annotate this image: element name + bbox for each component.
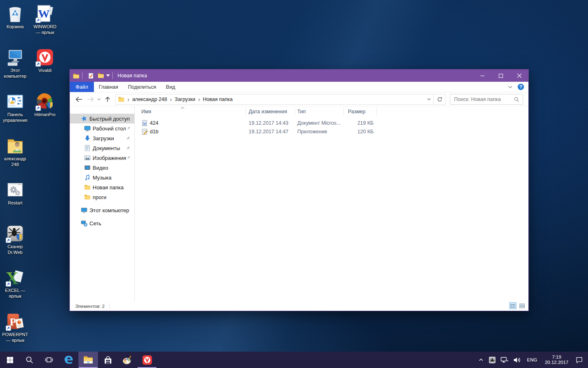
desktop-monitor-icon [84,125,91,132]
shortcut-arrow-icon [6,238,11,243]
file-type: Приложение [295,127,344,136]
qat-properties-icon[interactable] [88,73,94,79]
file-row-d1b[interactable]: d1b 19.12.2017 14:47 Приложение 120 КБ [135,127,377,136]
network-icon [81,220,87,227]
desktop-icon-vivaldi[interactable]: Vivaldi [27,48,63,74]
forward-button[interactable] [85,94,96,105]
start-button[interactable] [0,352,20,368]
sidebar-item-this-pc[interactable]: Этот компьютер [70,205,134,215]
column-header-modified[interactable]: Дата изменения [246,108,295,116]
titlebar[interactable]: Новая папка [70,70,528,82]
sidebar-item-quick-access[interactable]: Быстрый доступ [70,114,134,123]
language-indicator[interactable]: ENG [523,357,541,362]
clock-time: 7:19 [545,355,568,360]
sidebar-item-videos[interactable]: Видео [70,163,134,173]
minimize-button[interactable] [473,70,492,82]
user-folder-icon [6,136,24,155]
tab-home[interactable]: Главная [94,82,123,92]
edge-icon[interactable] [59,352,78,368]
desktop-icon-hitmanpro[interactable]: HitmanPro [27,92,63,118]
window-title: Новая папка [118,73,147,79]
refresh-icon[interactable] [434,96,445,102]
desktop-icon-powerpnt[interactable]: P POWERPNT — ярлык [0,312,33,343]
status-bar: Элементов: 2 [70,301,528,311]
excel-icon: X [6,268,24,287]
column-header-size[interactable]: Размер [344,108,377,116]
sidebar-item-new-folder[interactable]: Новая папка [70,182,134,192]
sidebar-item-desktop[interactable]: Рабочий стол [70,123,134,133]
hidden-icons-chevron-icon[interactable] [476,352,486,368]
breadcrumb-segment-downloads[interactable]: Загрузки [175,96,195,102]
file-modified: 19.12.2017 14:47 [246,127,295,136]
volume-tray-icon[interactable] [511,352,523,368]
vivaldi-taskbar-icon[interactable] [137,352,157,368]
back-button[interactable] [73,94,85,105]
shortcut-arrow-icon [6,325,11,331]
tab-file[interactable]: Файл [70,82,94,92]
sidebar-item-progi[interactable]: проги [70,192,134,202]
breadcrumb-segment-current[interactable]: Новая папка [203,96,233,102]
close-button[interactable] [510,70,528,82]
search-icon[interactable] [514,96,519,102]
desktop-icon-winword[interactable]: W WINWORD — ярлык [27,4,63,35]
column-header-name[interactable]: Имя [135,108,246,116]
desktop-icon-restart[interactable]: Restart [0,180,33,206]
tab-view[interactable]: Вид [161,82,180,92]
sidebar-item-pictures[interactable]: Изображения [70,153,134,163]
thumbnails-view-button[interactable] [518,302,526,309]
store-icon[interactable] [98,352,118,368]
desktop-icon-excel[interactable]: X EXCEL — ярлык [0,268,33,299]
search-box[interactable]: Поиск: Новая папка [450,94,523,105]
vivaldi-icon [36,48,54,67]
downloads-arrow-icon [84,135,91,141]
breadcrumb-chevron[interactable]: › [170,96,172,102]
shortcut-arrow-icon [36,105,41,111]
recent-locations-chevron-icon[interactable] [96,94,102,105]
desktop-icon-user-folder[interactable]: александр 248 [0,136,33,167]
qat-customize-chevron-icon[interactable] [106,74,110,77]
file-row-424[interactable]: W424 19.12.2017 14:43 Документ Micros...… [135,119,377,127]
maximize-button[interactable] [492,70,510,82]
pin-icon [126,126,131,131]
sidebar-item-music[interactable]: Музыка [70,173,134,182]
details-view-button[interactable] [509,302,517,309]
paint-icon[interactable] [118,352,137,368]
sidebar-item-label: Быстрый доступ [89,116,130,122]
desktop-icon-drweb[interactable]: Сканер Dr.Web [0,224,33,255]
folder-icon [84,184,91,191]
items-count: Элементов: 2 [75,304,105,309]
address-folder-icon [118,96,125,102]
shortcut-arrow-icon [36,18,41,23]
drweb-tray-icon[interactable] [486,352,498,368]
up-button[interactable] [102,94,113,105]
ribbon-expand-chevron-icon[interactable] [508,85,512,88]
breadcrumb-segment-user[interactable]: александр 248 [132,96,167,102]
task-view-button[interactable] [39,352,59,368]
help-icon[interactable]: ? [517,83,524,90]
pin-icon [125,146,131,151]
tab-share[interactable]: Поделиться [123,82,161,92]
desktop-icon-label: Restart [2,200,29,206]
notifications-icon[interactable] [572,352,588,368]
breadcrumb-chevron[interactable]: › [198,96,200,102]
sidebar-item-documents[interactable]: Документы [70,143,134,153]
desktop-icon-label: александр 248 [2,156,29,167]
svg-text:W: W [143,122,146,125]
address-dropdown-chevron-icon[interactable] [425,98,432,101]
qat-separator [82,72,82,79]
this-pc-icon [81,207,87,213]
file-size: 219 КБ [344,119,377,127]
sidebar-item-network[interactable]: Сеть [70,218,134,228]
network-tray-icon[interactable] [498,352,511,368]
taskbar-clock[interactable]: 7:19 20.12.2017 [541,355,572,366]
sidebar-item-downloads[interactable]: Загрузки [70,133,134,143]
explorer-window: Новая папка Файл Главная Поделиться Вид … [69,69,529,311]
qat-new-folder-icon[interactable] [98,73,104,79]
address-separator [433,94,434,104]
address-bar[interactable]: › александр 248 › Загрузки › Новая папка [115,94,446,105]
file-explorer-icon[interactable] [78,352,98,368]
taskbar-search-button[interactable] [20,352,39,368]
shortcut-arrow-icon [6,281,11,287]
column-header-type[interactable]: Тип [295,108,344,116]
window-folder-icon [73,73,80,79]
